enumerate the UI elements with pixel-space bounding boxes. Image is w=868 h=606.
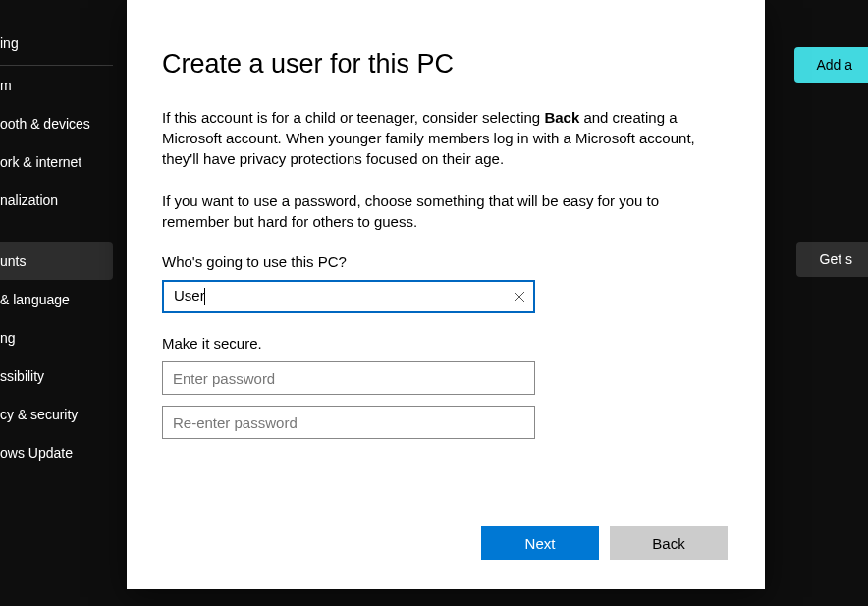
close-icon — [514, 291, 525, 303]
clear-username-button[interactable] — [512, 289, 527, 304]
dialog-description-2: If you want to use a password, choose so… — [162, 191, 728, 232]
settings-sidebar: ing m ooth & devices ork & internet nali… — [0, 24, 113, 471]
back-button[interactable]: Back — [610, 526, 728, 560]
sidebar-item-personalization[interactable]: nalization — [0, 181, 113, 219]
username-label: Who's going to use this PC? — [162, 253, 728, 270]
password-section-label: Make it secure. — [162, 335, 728, 352]
sidebar-item-search[interactable]: ing — [0, 24, 113, 66]
sidebar-item-windows-update[interactable]: ows Update — [0, 433, 113, 471]
text-caret — [204, 288, 205, 305]
dialog-footer: Next Back — [162, 526, 728, 560]
get-started-button[interactable]: Get s — [796, 242, 868, 277]
next-button[interactable]: Next — [481, 526, 599, 560]
desc1-bold: Back — [544, 109, 579, 126]
sidebar-item-time-language[interactable]: & language — [0, 280, 113, 318]
sidebar-item-system[interactable]: m — [0, 66, 113, 104]
sidebar-item-privacy[interactable]: cy & security — [0, 395, 113, 433]
username-value: User — [174, 287, 205, 303]
sidebar-item-accounts[interactable]: unts — [0, 242, 113, 280]
username-input-wrapper: User — [162, 280, 535, 313]
sidebar-item-network[interactable]: ork & internet — [0, 142, 113, 181]
password-input-wrapper — [162, 361, 535, 395]
sidebar-item-apps[interactable] — [0, 219, 113, 242]
dialog-description-1: If this account is for a child or teenag… — [162, 107, 728, 169]
sidebar-item-accessibility[interactable]: ssibility — [0, 357, 113, 395]
password-confirm-wrapper — [162, 406, 535, 439]
password-confirm-input[interactable] — [162, 406, 535, 439]
create-user-dialog: Create a user for this PC If this accoun… — [127, 0, 765, 589]
add-account-button[interactable]: Add a — [794, 47, 868, 83]
dialog-title: Create a user for this PC — [162, 49, 728, 80]
sidebar-item-bluetooth[interactable]: ooth & devices — [0, 104, 113, 142]
password-input[interactable] — [162, 361, 535, 395]
sidebar-item-gaming[interactable]: ng — [0, 318, 113, 357]
username-input[interactable]: User — [162, 280, 535, 313]
desc1-pre: If this account is for a child or teenag… — [162, 109, 544, 126]
